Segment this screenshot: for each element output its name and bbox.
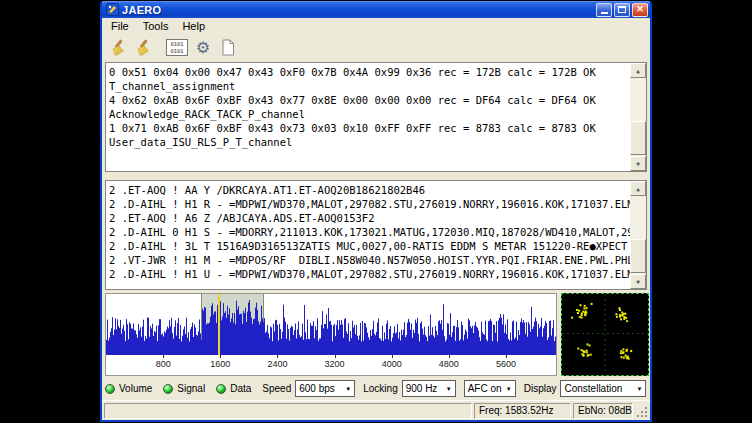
hex-console[interactable]: 0 0x51 0x04 0x00 0x47 0x43 0xF0 0x7B 0x4… — [105, 62, 647, 172]
title-bar[interactable]: JAERO ✕ — [102, 1, 650, 18]
console-line: 4 0x62 0xAB 0x6F 0xBF 0x43 0x77 0x8E 0x0… — [109, 93, 630, 107]
afc-value: AFC on — [468, 383, 502, 394]
screen: JAERO ✕ File Tools Help — [0, 0, 752, 423]
maximize-icon — [618, 6, 626, 13]
broom-icon — [109, 39, 127, 57]
chevron-down-icon: ▼ — [635, 386, 646, 392]
spectrum-trace — [106, 294, 556, 355]
arrow-down-icon: ▼ — [636, 278, 640, 285]
signal-led — [163, 384, 173, 394]
menu-help[interactable]: Help — [175, 19, 212, 33]
acars-console-text: 2 .ET-AOQ ! AA Y /DKRCAYA.AT1.ET-AOQ20B1… — [106, 181, 630, 289]
resize-grip[interactable] — [635, 403, 648, 419]
menu-file[interactable]: File — [104, 19, 136, 33]
display-select[interactable]: Constellation ▼ — [560, 380, 646, 397]
chevron-down-icon: ▼ — [343, 386, 354, 392]
page-icon — [221, 39, 235, 56]
locking-label: Locking — [363, 383, 397, 394]
axis-tick-label: 5600 — [496, 359, 516, 369]
console-line: 2 .D-AIHL 0 H1 S - =MDORRY,211013.KOK,17… — [109, 225, 630, 239]
console-line: 2 .D-AIHL ! H1 U - =MDPWI/WD370,MALOT,29… — [109, 267, 630, 281]
acars-console-scrollbar[interactable]: ▲ ▼ — [630, 181, 646, 289]
axis-tick — [163, 355, 164, 358]
chevron-down-icon: ▼ — [444, 386, 455, 392]
axis-tick — [392, 355, 393, 358]
binary-view-button[interactable]: 0101 0101 — [164, 36, 190, 60]
constellation-display — [561, 293, 649, 376]
frequency-marker — [218, 294, 220, 355]
data-led — [216, 384, 226, 394]
hex-console-scrollbar[interactable]: ▲ ▼ — [630, 63, 646, 171]
data-label: Data — [230, 383, 251, 394]
chevron-down-icon: ▼ — [504, 386, 515, 392]
axis-tick — [506, 355, 507, 358]
axis-tick-label: 2400 — [267, 359, 287, 369]
maximize-button[interactable] — [614, 3, 630, 17]
minimize-icon — [601, 12, 608, 14]
scroll-down-button[interactable]: ▼ — [630, 274, 646, 289]
locking-value: 900 Hz — [406, 383, 438, 394]
axis-tick-label: 4000 — [382, 359, 402, 369]
log-file-button[interactable] — [216, 36, 240, 60]
close-button[interactable]: ✕ — [632, 3, 648, 17]
speed-value: 600 bps — [299, 383, 335, 394]
control-bar: Volume Signal Data Speed 600 bps ▼ Locki… — [105, 378, 647, 399]
arrow-up-icon: ▲ — [636, 185, 640, 192]
speed-label: Speed — [262, 383, 291, 394]
svg-text:0101: 0101 — [170, 41, 183, 47]
arrow-down-icon: ▼ — [636, 160, 640, 167]
axis-tick — [335, 355, 336, 358]
app-icon — [106, 3, 119, 16]
console-line: 2 .VT-JWR ! H1 M - =MDPOS/RF DIBLI.N58W0… — [109, 253, 630, 267]
scroll-up-button[interactable]: ▲ — [630, 181, 646, 196]
scroll-down-button[interactable]: ▼ — [630, 156, 646, 171]
acars-console[interactable]: 2 .ET-AOQ ! AA Y /DKRCAYA.AT1.ET-AOQ20B1… — [105, 180, 647, 290]
menu-bar: File Tools Help — [102, 18, 650, 34]
status-main-panel — [104, 403, 472, 419]
axis-tick-label: 1600 — [210, 359, 230, 369]
constellation-plot — [562, 294, 648, 373]
frequency-axis: 800160024003200400048005600 — [106, 355, 556, 375]
status-ebno: EbNo: 08dB — [573, 403, 633, 419]
close-icon: ✕ — [636, 5, 644, 14]
arrow-up-icon: ▲ — [636, 67, 640, 74]
scroll-thumb[interactable] — [630, 121, 646, 155]
spectrum-display[interactable]: 800160024003200400048005600 — [105, 293, 557, 376]
signal-label: Signal — [177, 383, 205, 394]
console-line: 0 0x51 0x04 0x00 0x47 0x43 0xF0 0x7B 0x4… — [109, 65, 630, 79]
axis-tick — [449, 355, 450, 358]
status-bar: Freq: 1583.52Hz EbNo: 08dB — [102, 400, 650, 420]
svg-text:0101: 0101 — [170, 48, 183, 54]
console-line: T_channel_assignment — [109, 79, 630, 93]
menu-tools[interactable]: Tools — [136, 19, 176, 33]
console-line: 2 .D-AIHL ! H1 R - =MDPWI/WD370,MALOT,29… — [109, 197, 630, 211]
display-value: Constellation — [564, 383, 622, 394]
axis-tick-label: 4800 — [439, 359, 459, 369]
console-line: 1 0x71 0xAB 0x6F 0xBF 0x43 0x73 0x03 0x1… — [109, 121, 630, 135]
scroll-up-button[interactable]: ▲ — [630, 63, 646, 78]
clear-hex-console-button[interactable] — [106, 36, 130, 60]
clear-acars-console-button[interactable] — [131, 36, 155, 60]
axis-tick — [220, 355, 221, 358]
toolbar: 0101 0101 ⚙ — [102, 34, 650, 61]
broom-icon — [134, 39, 152, 57]
speed-select[interactable]: 600 bps ▼ — [295, 380, 355, 397]
toolbar-separator — [156, 47, 164, 48]
display-label: Display — [524, 383, 557, 394]
minimize-button[interactable] — [596, 3, 612, 17]
console-line: 2 .D-AIHL ! 3L T 1516A9D316513ZATIS MUC,… — [109, 239, 630, 253]
settings-button[interactable]: ⚙ — [191, 36, 215, 60]
console-line: Acknowledge_RACK_TACK_P_channel — [109, 107, 630, 121]
console-line: 2 .ET-AOQ ! AA Y /DKRCAYA.AT1.ET-AOQ20B1… — [109, 183, 630, 197]
binary-icon: 0101 0101 — [166, 39, 188, 56]
hex-console-text: 0 0x51 0x04 0x00 0x47 0x43 0xF0 0x7B 0x4… — [106, 63, 630, 171]
volume-label: Volume — [119, 383, 152, 394]
gear-icon: ⚙ — [196, 40, 210, 56]
jaero-window: JAERO ✕ File Tools Help — [100, 1, 652, 422]
axis-tick-label: 800 — [156, 359, 171, 369]
console-line: User_data_ISU_RLS_P_T_channel — [109, 135, 630, 149]
afc-select[interactable]: AFC on ▼ — [464, 380, 516, 397]
console-line: 2 .ET-AOQ ! A6 Z /ABJCAYA.ADS.ET-AOQ0153… — [109, 211, 630, 225]
scroll-thumb[interactable] — [630, 239, 646, 273]
locking-select[interactable]: 900 Hz ▼ — [402, 380, 456, 397]
